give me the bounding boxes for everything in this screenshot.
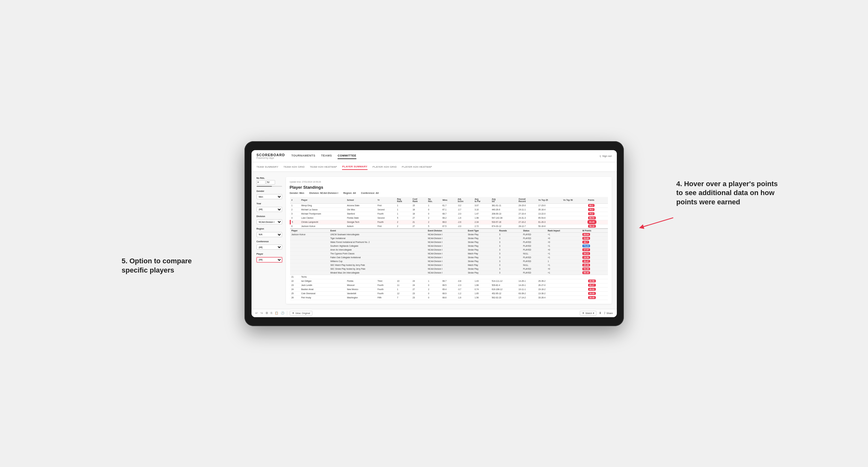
year-select[interactable]: (All) bbox=[257, 207, 282, 212]
cell-no-rds: 1 bbox=[427, 204, 441, 208]
col-overall: OverallRecord bbox=[517, 197, 537, 204]
col-vs50: Vs Top 50 bbox=[562, 197, 587, 204]
tab-player-h2h-grid[interactable]: PLAYER H2H GRID bbox=[373, 164, 397, 169]
cell-points[interactable]: 68.54 bbox=[587, 216, 608, 220]
table-row[interactable]: 6Jackson KoirunAuburnFirst 227567.5-2.02… bbox=[290, 224, 608, 228]
event-row[interactable]: Tiger InvitationalNCAA Division IStroke … bbox=[290, 236, 608, 240]
download-icon[interactable]: ⬇ bbox=[599, 311, 601, 315]
event-col-division: Event Division bbox=[427, 229, 467, 233]
division-select[interactable]: NCAA Division I bbox=[257, 219, 282, 224]
sidebar-filters: No Rds. Gender Men bbox=[257, 177, 282, 304]
tab-team-h2h-heatmap[interactable]: TEAM H2H HEATMAP bbox=[310, 164, 337, 169]
copy-icon[interactable]: ⎘ bbox=[271, 311, 272, 315]
region-filter-value: All bbox=[353, 192, 356, 194]
view-original-button[interactable]: 👁 View: Original bbox=[290, 311, 312, 316]
table-row[interactable]: 26Petr HrubyWashingtonFifth 723068.6-1.6… bbox=[290, 295, 608, 300]
col-adj-score: Adj.Score bbox=[457, 197, 473, 204]
no-rds-slider[interactable] bbox=[257, 186, 282, 187]
nav-tournaments[interactable]: TOURNAMENTS bbox=[291, 153, 315, 159]
sign-out-button[interactable]: ›| Sign out bbox=[599, 155, 611, 157]
cell-wins: 61.7 bbox=[441, 204, 457, 208]
no-rds-max-input[interactable] bbox=[266, 180, 275, 185]
nav-committee[interactable]: COMMITTEE bbox=[338, 153, 356, 159]
view-original-label: View: Original bbox=[296, 312, 310, 315]
cell-points[interactable]: 40.58 bbox=[587, 279, 608, 283]
clock-icon[interactable]: 🕐 bbox=[281, 311, 284, 315]
table-row[interactable]: 4Luke ClantonFlorida StateSecond 527268.… bbox=[290, 216, 608, 220]
event-row[interactable]: Amer An IntercollegiateNCAA Division ISt… bbox=[290, 248, 608, 251]
sign-out-separator: ›| bbox=[599, 155, 601, 157]
share-icon: ⤴ bbox=[604, 312, 605, 315]
event-row[interactable]: Jackson KoirunUNCW Seahawk Intercollegia… bbox=[290, 232, 608, 236]
col-conf-rank: ConfRank bbox=[411, 197, 427, 204]
event-col-event: Event bbox=[329, 229, 427, 233]
event-row[interactable]: Southern Highlands CollegiateNCAA Divisi… bbox=[290, 244, 608, 248]
logo-scoreboard: SCOREBOARD bbox=[257, 153, 285, 157]
player-select[interactable]: (All) bbox=[257, 257, 282, 262]
conference-select[interactable]: (All) bbox=[257, 245, 282, 250]
cell-num: 1 bbox=[290, 204, 300, 208]
cell-overall: 29-15-0 bbox=[517, 204, 537, 208]
tab-player-h2h-heatmap[interactable]: PLAYER H2H HEATMAP bbox=[402, 164, 432, 169]
watch-label: Watch bbox=[586, 312, 592, 315]
event-row[interactable]: SEC Match Play hosted by Jerry PateNCAA … bbox=[290, 263, 608, 267]
table-row-highlighted[interactable]: 5Christo LamprechtGeorgia TechFourth 221… bbox=[290, 220, 608, 224]
table-row[interactable]: 22Ian GilliganFloridaThird 1024168.7-0.8… bbox=[290, 279, 608, 283]
table-row[interactable]: 24Bastien AmatNew MexicoFourth 127269.4-… bbox=[290, 287, 608, 291]
cell-vs25: 17-23-0 bbox=[537, 204, 562, 208]
cell-points[interactable]: 40.27 bbox=[587, 283, 608, 287]
tab-team-h2h-grid[interactable]: TEAM H2H GRID bbox=[283, 164, 305, 169]
event-row[interactable]: Mirabel Maui Jim IntercollegiateNCAA Div… bbox=[290, 271, 608, 275]
settings-icon[interactable]: ⚙ bbox=[266, 311, 268, 315]
bottom-toolbar: ↩ ↪ ⚙ ⎘ 📋 🕐 👁 View: Original 👁 Watch ▾ bbox=[251, 309, 617, 317]
paste-icon[interactable]: 📋 bbox=[275, 311, 278, 315]
cell-points[interactable]: 38.49 bbox=[587, 295, 608, 300]
table-row[interactable]: 23Jack LundinMissouriFourth 1124068.5-2.… bbox=[290, 283, 608, 287]
cell-points[interactable]: 39.95 bbox=[587, 291, 608, 295]
undo-icon[interactable]: ↩ bbox=[255, 311, 258, 315]
region-filter: Region: All bbox=[343, 192, 356, 194]
redo-icon[interactable]: ↪ bbox=[260, 311, 263, 315]
gender-filter: Gender: Men bbox=[290, 192, 304, 194]
no-rds-min-input[interactable] bbox=[257, 180, 266, 185]
division-label: Division bbox=[257, 215, 282, 217]
cell-points[interactable]: 88.2 bbox=[587, 204, 608, 208]
event-row[interactable]: Wake Forest Invitational at Pinehurst No… bbox=[290, 240, 608, 244]
cell-vs50 bbox=[562, 204, 587, 208]
cell-points[interactable]: 58.18 bbox=[587, 224, 608, 228]
event-section-header: Player Event Event Division Event Type R… bbox=[290, 228, 608, 275]
svg-line-0 bbox=[641, 218, 673, 227]
watch-button[interactable]: 👁 Watch ▾ bbox=[580, 311, 597, 316]
table-row[interactable]: 21Techs bbox=[290, 275, 608, 279]
nav-teams[interactable]: TEAMS bbox=[321, 153, 332, 159]
col-points: Points bbox=[587, 197, 608, 204]
col-no-rds: NoRds. bbox=[427, 197, 441, 204]
conference-filter-label: Conference: bbox=[361, 192, 375, 194]
table-row[interactable]: 3Michael ThorbjornsenStanfordFourth 1180… bbox=[290, 212, 608, 216]
table-row[interactable]: 25Cole SherwoodVanderbiltFourth 1223068.… bbox=[290, 291, 608, 295]
sub-nav: TEAM SUMMARY TEAM H2H GRID TEAM H2H HEAT… bbox=[251, 162, 617, 172]
player-label: Player bbox=[257, 253, 282, 255]
event-row[interactable]: Williams CupNCAA Division IStroke Play3P… bbox=[290, 259, 608, 263]
tab-player-summary[interactable]: PLAYER SUMMARY bbox=[342, 164, 367, 170]
event-col-rounds: Rounds bbox=[498, 229, 522, 233]
cell-points[interactable]: 70.2 bbox=[587, 212, 608, 216]
standings-table: # Player School Yr RegRank ConfRank NoRd… bbox=[290, 197, 608, 300]
cell-points[interactable]: 76.2 bbox=[587, 208, 608, 212]
table-row[interactable]: 2Michael La SassoOle MissSecond 118067.1… bbox=[290, 208, 608, 212]
table-row[interactable]: 1 Wenyi Ding Arizona State First 1 15 1 … bbox=[290, 204, 608, 208]
filter-conference: Conference (All) bbox=[257, 240, 282, 250]
cell-points[interactable]: 60.49 bbox=[587, 220, 608, 224]
event-row[interactable]: SEC Stroke Play hosted by Jerry PateNCAA… bbox=[290, 267, 608, 271]
tab-team-summary[interactable]: TEAM SUMMARY bbox=[257, 164, 279, 169]
share-button[interactable]: ⤴ Share bbox=[604, 312, 613, 315]
filter-year: Year (All) bbox=[257, 203, 282, 212]
gender-select[interactable]: Men bbox=[257, 194, 282, 199]
event-row[interactable]: Fallen Oak Collegiate InvitationalNCAA D… bbox=[290, 255, 608, 259]
toolbar-sep-1 bbox=[287, 311, 287, 315]
sign-out-label[interactable]: Sign out bbox=[602, 155, 611, 157]
event-row[interactable]: The Cypress Point ClassicNCAA Division I… bbox=[290, 251, 608, 255]
region-select[interactable]: N/A bbox=[257, 232, 282, 237]
cell-points[interactable]: 40.02 bbox=[587, 287, 608, 291]
no-rds-inputs bbox=[257, 180, 282, 185]
